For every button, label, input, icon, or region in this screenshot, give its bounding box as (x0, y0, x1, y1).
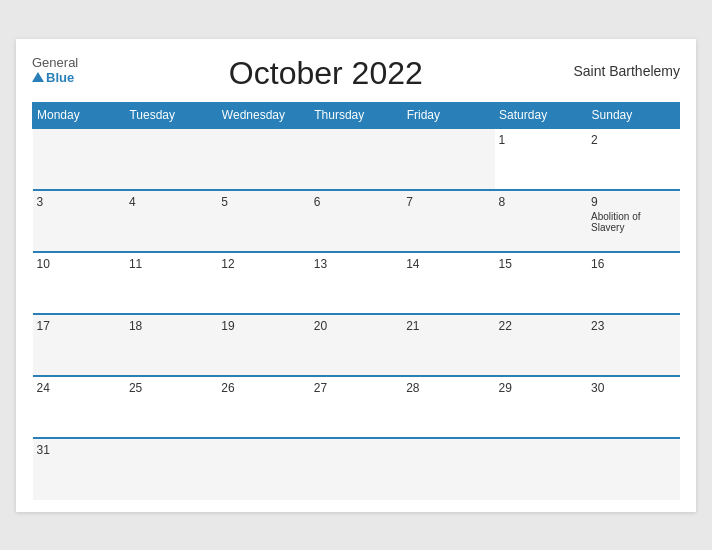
calendar-cell: 25 (125, 376, 217, 438)
day-number: 20 (314, 319, 398, 333)
day-number: 10 (37, 257, 121, 271)
day-number: 19 (221, 319, 305, 333)
calendar-cell: 20 (310, 314, 402, 376)
calendar-cell: 28 (402, 376, 494, 438)
day-number: 5 (221, 195, 305, 209)
calendar-cell: 18 (125, 314, 217, 376)
calendar-cell: 27 (310, 376, 402, 438)
day-number: 2 (591, 133, 675, 147)
day-number: 25 (129, 381, 213, 395)
logo-blue: Blue (32, 70, 74, 85)
calendar-cell: 12 (217, 252, 309, 314)
day-number: 9 (591, 195, 675, 209)
weekday-header: Sunday (587, 102, 679, 128)
day-number: 11 (129, 257, 213, 271)
calendar-cell (217, 128, 309, 190)
calendar-cell: 19 (217, 314, 309, 376)
day-number: 12 (221, 257, 305, 271)
calendar-cell: 8 (495, 190, 587, 252)
day-number: 7 (406, 195, 490, 209)
calendar-cell: 26 (217, 376, 309, 438)
calendar-cell: 15 (495, 252, 587, 314)
day-number: 16 (591, 257, 675, 271)
calendar-cell (125, 438, 217, 500)
event-label: Abolition of Slavery (591, 211, 675, 233)
logo-area: General Blue (32, 55, 78, 85)
day-number: 24 (37, 381, 121, 395)
calendar-row: 24252627282930 (33, 376, 680, 438)
calendar-cell (217, 438, 309, 500)
calendar-row: 31 (33, 438, 680, 500)
calendar-row: 10111213141516 (33, 252, 680, 314)
day-number: 8 (499, 195, 583, 209)
calendar-cell: 2 (587, 128, 679, 190)
weekday-header: Thursday (310, 102, 402, 128)
calendar-cell: 16 (587, 252, 679, 314)
calendar-cell: 30 (587, 376, 679, 438)
day-number: 27 (314, 381, 398, 395)
day-number: 17 (37, 319, 121, 333)
day-number: 31 (37, 443, 121, 457)
logo-triangle-icon (32, 72, 44, 82)
weekday-header: Tuesday (125, 102, 217, 128)
calendar-cell: 3 (33, 190, 125, 252)
calendar-cell (402, 438, 494, 500)
calendar-cell: 5 (217, 190, 309, 252)
calendar-grid: MondayTuesdayWednesdayThursdayFridaySatu… (32, 102, 680, 500)
calendar-cell (310, 438, 402, 500)
weekday-header-row: MondayTuesdayWednesdayThursdayFridaySatu… (33, 102, 680, 128)
calendar-cell: 22 (495, 314, 587, 376)
day-number: 14 (406, 257, 490, 271)
weekday-header: Wednesday (217, 102, 309, 128)
day-number: 1 (499, 133, 583, 147)
day-number: 13 (314, 257, 398, 271)
logo-blue-text: Blue (46, 70, 74, 85)
calendar-cell: 7 (402, 190, 494, 252)
calendar-cell: 31 (33, 438, 125, 500)
calendar-cell: 10 (33, 252, 125, 314)
logo-general: General (32, 55, 78, 70)
day-number: 30 (591, 381, 675, 395)
calendar-cell: 24 (33, 376, 125, 438)
calendar-row: 12 (33, 128, 680, 190)
calendar-title: October 2022 (78, 55, 573, 92)
calendar-cell: 11 (125, 252, 217, 314)
calendar-cell (495, 438, 587, 500)
calendar-container: General Blue October 2022 Saint Barthele… (16, 39, 696, 512)
day-number: 29 (499, 381, 583, 395)
calendar-cell: 9Abolition of Slavery (587, 190, 679, 252)
day-number: 3 (37, 195, 121, 209)
day-number: 18 (129, 319, 213, 333)
calendar-row: 3456789Abolition of Slavery (33, 190, 680, 252)
day-number: 23 (591, 319, 675, 333)
calendar-location: Saint Barthelemy (573, 55, 680, 79)
calendar-header: General Blue October 2022 Saint Barthele… (32, 55, 680, 92)
calendar-cell (310, 128, 402, 190)
calendar-cell (587, 438, 679, 500)
calendar-cell: 13 (310, 252, 402, 314)
calendar-cell: 4 (125, 190, 217, 252)
day-number: 21 (406, 319, 490, 333)
calendar-cell: 14 (402, 252, 494, 314)
weekday-header: Saturday (495, 102, 587, 128)
calendar-cell (402, 128, 494, 190)
calendar-row: 17181920212223 (33, 314, 680, 376)
calendar-cell: 23 (587, 314, 679, 376)
day-number: 22 (499, 319, 583, 333)
weekday-header: Monday (33, 102, 125, 128)
weekday-header: Friday (402, 102, 494, 128)
calendar-cell: 21 (402, 314, 494, 376)
day-number: 28 (406, 381, 490, 395)
day-number: 15 (499, 257, 583, 271)
day-number: 6 (314, 195, 398, 209)
calendar-cell: 6 (310, 190, 402, 252)
day-number: 26 (221, 381, 305, 395)
calendar-cell: 29 (495, 376, 587, 438)
calendar-cell: 1 (495, 128, 587, 190)
calendar-cell: 17 (33, 314, 125, 376)
calendar-cell (33, 128, 125, 190)
day-number: 4 (129, 195, 213, 209)
calendar-cell (125, 128, 217, 190)
